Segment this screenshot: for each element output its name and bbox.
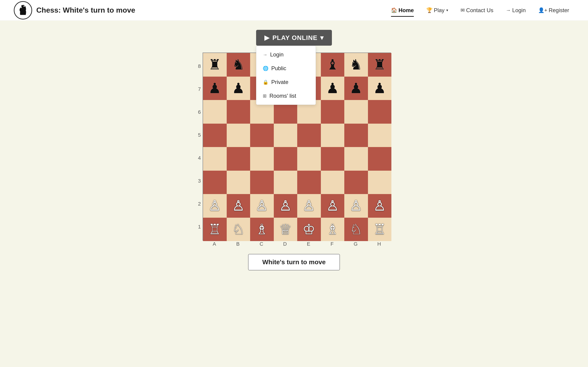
board-cell[interactable]: ♖ (203, 218, 227, 241)
white-piece: ♘ (232, 222, 245, 236)
board-cell[interactable] (297, 124, 321, 147)
home-icon: 🏠 (391, 7, 397, 13)
file-e: E (297, 241, 320, 247)
board-cell[interactable]: ♙ (274, 194, 297, 218)
nav-play[interactable]: 🏆 Play ▾ (421, 5, 453, 16)
rank-8: 8 (197, 55, 202, 78)
board-cell[interactable] (344, 147, 368, 171)
black-piece: ♟ (373, 81, 386, 95)
nav-register[interactable]: 👤+ Register (533, 5, 574, 16)
board-cell[interactable]: ♙ (250, 194, 274, 218)
board-cell[interactable] (274, 147, 297, 171)
board-cell[interactable]: ♙ (203, 194, 227, 218)
board-cell[interactable]: ♙ (321, 194, 345, 218)
board-cell[interactable]: ♖ (368, 218, 392, 241)
board-cell[interactable] (203, 124, 227, 147)
board-cell[interactable]: ♗ (250, 218, 274, 241)
rank-labels: 8 7 6 5 4 3 2 1 (197, 52, 202, 241)
white-piece: ♖ (373, 222, 386, 236)
board-cell[interactable]: ♝ (321, 53, 345, 77)
nav-home-label: Home (398, 7, 414, 14)
brand-bold: Chess: (36, 6, 61, 14)
board-cell[interactable] (203, 100, 227, 124)
nav-contact[interactable]: ✉ Contact Us (456, 5, 498, 16)
dropdown-rooms-list[interactable]: ⊞ Rooms' list (256, 89, 316, 103)
lock-icon: 🔒 (263, 79, 268, 85)
envelope-icon: ✉ (460, 7, 465, 13)
board-cell[interactable] (227, 100, 250, 124)
board-cell[interactable]: ♗ (321, 218, 345, 241)
board-cell[interactable]: ♟ (321, 77, 345, 100)
nav-login[interactable]: → Login (501, 5, 531, 16)
board-cell[interactable] (250, 171, 274, 194)
board-cell[interactable]: ♙ (227, 194, 250, 218)
board-cell[interactable]: ♘ (227, 218, 250, 241)
white-piece: ♙ (350, 199, 363, 213)
board-cell[interactable] (368, 147, 392, 171)
board-cell[interactable] (321, 147, 345, 171)
brand-title: Chess: White's turn to move (36, 6, 135, 15)
board-cell[interactable]: ♞ (344, 53, 368, 77)
white-piece: ♙ (208, 199, 221, 213)
rank-3: 3 (197, 169, 202, 192)
status-bar: White's turn to move (248, 254, 340, 270)
dropdown-private[interactable]: 🔒 Private (256, 75, 316, 89)
board-cell[interactable]: ♜ (203, 53, 227, 77)
nav-play-label: Play (434, 7, 445, 14)
board-cell[interactable] (227, 171, 250, 194)
board-cell[interactable] (203, 171, 227, 194)
white-piece: ♙ (255, 199, 268, 213)
white-piece: ♗ (326, 222, 339, 236)
board-cell[interactable] (368, 100, 392, 124)
dropdown-private-label: Private (271, 79, 288, 85)
board-cell[interactable] (368, 171, 392, 194)
board-cell[interactable]: ♟ (203, 77, 227, 100)
black-piece: ♟ (326, 81, 339, 95)
board-cell[interactable] (344, 124, 368, 147)
board-cell[interactable] (297, 171, 321, 194)
board-cell[interactable]: ♘ (344, 218, 368, 241)
board-cell[interactable] (368, 124, 392, 147)
board-cell[interactable]: ♟ (368, 77, 392, 100)
board-cell[interactable]: ♔ (297, 218, 321, 241)
black-piece: ♝ (326, 58, 339, 72)
board-cell[interactable] (274, 124, 297, 147)
board-cell[interactable]: ♟ (227, 77, 250, 100)
play-online-button[interactable]: ▶ PLAY ONLINE ▾ (256, 30, 332, 46)
board-cell[interactable]: ♙ (344, 194, 368, 218)
navbar-nav: 🏠 Home 🏆 Play ▾ ✉ Contact Us → Login 👤+ … (386, 5, 574, 16)
horse-icon (16, 3, 30, 18)
board-cell[interactable] (344, 171, 368, 194)
play-caret-icon: ▾ (320, 34, 324, 42)
brand-rest: White's turn to move (61, 6, 135, 14)
black-piece: ♟ (232, 81, 245, 95)
nav-contact-label: Contact Us (466, 7, 493, 14)
board-cell[interactable] (344, 100, 368, 124)
board-cell[interactable]: ♜ (368, 53, 392, 77)
board-cell[interactable]: ♙ (297, 194, 321, 218)
board-cell[interactable] (297, 147, 321, 171)
board-cell[interactable] (274, 171, 297, 194)
board-cell[interactable] (227, 124, 250, 147)
board-cell[interactable] (250, 124, 274, 147)
board-cell[interactable] (203, 147, 227, 171)
nav-home[interactable]: 🏠 Home (386, 5, 419, 16)
board-cell[interactable]: ♙ (368, 194, 392, 218)
board-cell[interactable] (227, 147, 250, 171)
board-cell[interactable]: ♞ (227, 53, 250, 77)
dropdown-public[interactable]: 🌐 Public (256, 61, 316, 75)
board-cell[interactable] (321, 124, 345, 147)
board-cell[interactable] (321, 171, 345, 194)
white-piece: ♘ (350, 222, 363, 236)
white-piece: ♖ (208, 222, 221, 236)
dropdown-login[interactable]: → Login (256, 48, 316, 61)
white-piece: ♔ (303, 222, 315, 236)
board-cell[interactable]: ♕ (274, 218, 297, 241)
play-icon: 🏆 (426, 7, 432, 13)
rank-6: 6 (197, 101, 202, 124)
black-piece: ♜ (373, 58, 386, 72)
board-cell[interactable]: ♟ (344, 77, 368, 100)
nav-register-label: Register (549, 7, 569, 14)
board-cell[interactable] (250, 147, 274, 171)
board-cell[interactable] (321, 100, 345, 124)
